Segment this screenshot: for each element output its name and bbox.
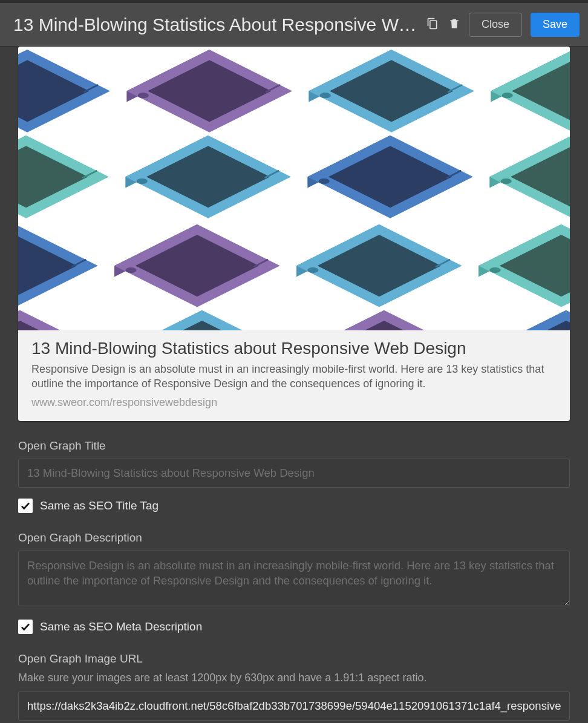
- og-title-same-label: Same as SEO Title Tag: [40, 499, 158, 512]
- modal-body: #ph .top{fill:var(--ct);} #ph .side{fill…: [0, 47, 588, 723]
- duplicate-icon[interactable]: [426, 18, 439, 32]
- og-description-same-checkbox[interactable]: [18, 620, 33, 634]
- og-preview-title: 13 Mind-Blowing Statistics about Respons…: [31, 339, 557, 358]
- og-preview-description: Responsive Design is an absolute must in…: [31, 362, 557, 391]
- og-preview-image: #ph .top{fill:var(--ct);} #ph .side{fill…: [18, 47, 570, 330]
- og-description-input[interactable]: [18, 551, 570, 606]
- og-description-same-label: Same as SEO Meta Description: [40, 620, 202, 633]
- save-button[interactable]: Save: [531, 13, 580, 37]
- og-image-url-input[interactable]: [18, 692, 570, 721]
- check-icon: [20, 500, 31, 511]
- og-image-field: Open Graph Image URL Make sure your imag…: [18, 652, 570, 721]
- og-description-label: Open Graph Description: [18, 531, 570, 545]
- trash-icon[interactable]: [448, 18, 460, 32]
- og-title-field: Open Graph Title Same as SEO Title Tag: [18, 439, 570, 513]
- og-preview-text: 13 Mind-Blowing Statistics about Respons…: [18, 330, 570, 421]
- modal-title: 13 Mind-Blowing Statistics About Respons…: [13, 15, 418, 35]
- modal-header: 13 Mind-Blowing Statistics About Respons…: [0, 3, 588, 47]
- og-preview-url: www.sweor.com/responsivewebdesign: [31, 396, 557, 409]
- header-action-icons: [426, 18, 460, 32]
- check-icon: [20, 621, 31, 632]
- og-image-help: Make sure your images are at least 1200p…: [18, 672, 570, 684]
- close-button[interactable]: Close: [469, 13, 522, 37]
- og-description-field: Open Graph Description Same as SEO Meta …: [18, 531, 570, 634]
- og-image-label: Open Graph Image URL: [18, 652, 570, 666]
- og-title-label: Open Graph Title: [18, 439, 570, 453]
- og-preview-card: #ph .top{fill:var(--ct);} #ph .side{fill…: [18, 47, 570, 421]
- og-title-input[interactable]: [18, 459, 570, 488]
- og-title-same-checkbox[interactable]: [18, 499, 33, 513]
